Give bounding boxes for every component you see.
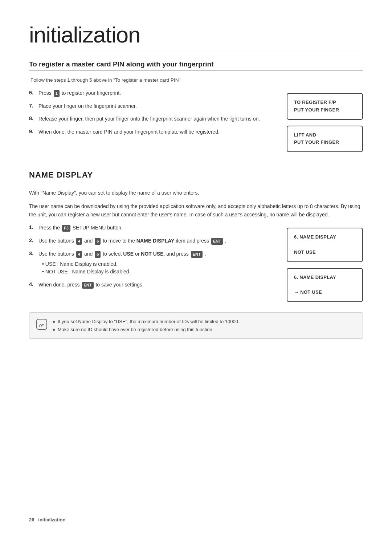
nd-step-3-number: 3. [29, 250, 38, 256]
nd-step-4: 4. When done, press ENT to save your set… [29, 281, 276, 289]
step-6-content: Press 1 to register your fingerprint. [38, 89, 121, 97]
section1-steps: 6. Press 1 to register your fingerprint.… [29, 89, 276, 141]
nd-sub-item-use: USE : Name Display is enabled. [42, 260, 206, 268]
step-9: 9. When done, the master card PIN and yo… [29, 128, 276, 136]
nd-step-2-number: 2. [29, 237, 38, 243]
section2-heading: NAME DISPLAY [29, 170, 363, 180]
display-box-name-notuse2: 6. NAME DISPLAY→ NOT USE [287, 268, 363, 302]
nd-step-2-content: Use the buttons 4 and 6 to move to the N… [38, 237, 226, 245]
display-box-lift-put: LIFT ANDPUT YOUR FINGER [287, 126, 363, 152]
display-box-register-fp-text: TO REGISTER F/PPUT YOUR FINGER [294, 99, 356, 114]
svg-text:𝓌: 𝓌 [38, 320, 44, 328]
display-box-lift-put-text: LIFT ANDPUT YOUR FINGER [294, 131, 356, 147]
note-item-1: If you set Name Display to "USE", the ma… [53, 318, 240, 325]
note-box: 𝓌 If you set Name Display to "USE", the … [29, 312, 363, 339]
section2-content: 1. Press the F3 SETUP MENU button. 2. Us… [29, 224, 363, 302]
title-divider [29, 50, 363, 50]
display-box-name-notuse1-text: 6. NAME DISPLAYNOT USE [294, 233, 356, 256]
step-6-number: 6. [29, 89, 38, 95]
section1-divider [29, 70, 363, 71]
step-8: 8. Release your finger, then put your fi… [29, 115, 276, 123]
key-6b: 6 [95, 251, 101, 258]
note-icon: 𝓌 [36, 318, 48, 332]
note-content: If you set Name Display to "USE", the ma… [53, 318, 240, 333]
section1-heading: To register a master card PIN along with… [29, 60, 363, 68]
nd-sub-item-notuse: NOT USE : Name Display is disabled. [42, 268, 206, 276]
step-7: 7. Place your finger on the fingerprint … [29, 102, 276, 110]
nd-step-4-content: When done, press ENT to save your settin… [38, 281, 144, 289]
section-name-display: NAME DISPLAY With "Name Display", you ca… [29, 170, 363, 339]
section1-display-boxes: TO REGISTER F/PPUT YOUR FINGER LIFT ANDP… [287, 93, 363, 152]
nd-step-3-content: Use the buttons 4 and 6 to select USE or… [38, 250, 206, 276]
key-ent-a: ENT [211, 238, 223, 245]
step-8-content: Release your finger, then put your finge… [38, 115, 260, 123]
nd-step-3-sublist: USE : Name Display is enabled. NOT USE :… [42, 260, 206, 276]
step-9-content: When done, the master card PIN and your … [38, 128, 220, 136]
nd-step-4-number: 4. [29, 281, 38, 287]
note-item-2: Make sure no ID should have ever be regi… [53, 326, 240, 333]
section2-desc1: With "Name Display", you can set to disp… [29, 189, 363, 197]
key-f3: F3 [62, 225, 70, 232]
key-4a: 4 [76, 238, 82, 245]
nd-step-3: 3. Use the buttons 4 and 6 to select USE… [29, 250, 276, 276]
nd-step-1: 1. Press the F3 SETUP MENU button. [29, 224, 276, 232]
step-6: 6. Press 1 to register your fingerprint. [29, 89, 276, 97]
display-box-name-notuse2-text: 6. NAME DISPLAY→ NOT USE [294, 274, 356, 296]
section2-display-boxes: 6. NAME DISPLAYNOT USE 6. NAME DISPLAY→ … [287, 228, 363, 302]
page-title: initialization [29, 22, 363, 48]
step-7-content: Place your finger on the fingerprint sca… [38, 102, 137, 110]
key-4b: 4 [76, 251, 82, 258]
section1-content: 6. Press 1 to register your fingerprint.… [29, 89, 363, 152]
section1-intro: Follow the steps 1 through 5 above in "T… [30, 77, 363, 83]
key-6a: 6 [95, 238, 101, 245]
display-box-name-notuse1: 6. NAME DISPLAYNOT USE [287, 228, 363, 262]
display-box-register-fp: TO REGISTER F/PPUT YOUR FINGER [287, 93, 363, 120]
key-1: 1 [54, 90, 60, 97]
page: initialization To register a master card… [0, 0, 392, 537]
nd-step-1-content: Press the F3 SETUP MENU button. [38, 224, 123, 232]
section-fingerprint: To register a master card PIN along with… [29, 60, 363, 152]
section2-divider [29, 182, 363, 182]
key-ent-c: ENT [82, 282, 94, 289]
section2-desc2: The user name can be downloaded by using… [29, 202, 363, 219]
nd-step-1-number: 1. [29, 224, 38, 230]
key-ent-b: ENT [191, 251, 203, 258]
step-9-number: 9. [29, 128, 38, 134]
page-footer: 26_ initialization [29, 517, 65, 522]
section2-steps: 1. Press the F3 SETUP MENU button. 2. Us… [29, 224, 276, 294]
step-7-number: 7. [29, 102, 38, 109]
nd-step-2: 2. Use the buttons 4 and 6 to move to th… [29, 237, 276, 245]
step-8-number: 8. [29, 115, 38, 121]
